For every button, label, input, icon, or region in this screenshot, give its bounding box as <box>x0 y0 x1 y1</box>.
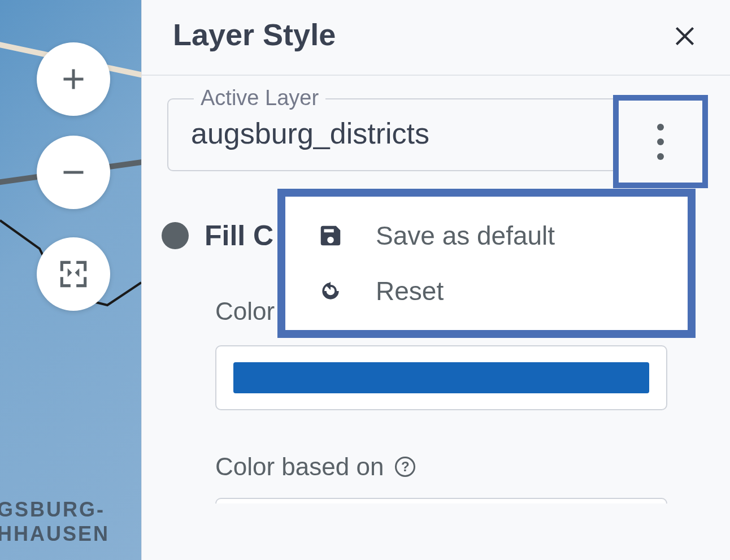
map-region-label: GSBURG- HHAUSEN <box>0 497 110 546</box>
help-icon[interactable]: ? <box>395 457 415 477</box>
fill-color-heading: Fill C <box>205 219 273 252</box>
active-layer-value: augsburg_districts <box>191 116 429 150</box>
panel-header: Layer Style <box>142 0 730 76</box>
close-button[interactable] <box>671 20 699 49</box>
zoom-in-button[interactable] <box>37 42 110 116</box>
menu-save-default-label: Save as default <box>376 220 555 251</box>
color-based-on-row: Color based on ? <box>215 453 705 481</box>
color-based-on-label: Color based on <box>215 453 384 481</box>
section-bullet-icon <box>162 222 189 249</box>
plus-icon <box>57 62 90 96</box>
minus-icon <box>57 155 90 189</box>
color-picker[interactable] <box>215 345 667 410</box>
color-based-on-select[interactable] <box>215 498 667 503</box>
zoom-controls <box>37 42 110 311</box>
zoom-out-button[interactable] <box>37 136 110 209</box>
layer-more-menu: Save as default Reset <box>277 189 696 338</box>
fullscreen-button[interactable] <box>37 237 110 311</box>
refresh-icon <box>318 279 343 303</box>
more-vert-icon <box>657 124 664 160</box>
menu-reset-label: Reset <box>376 276 444 306</box>
panel-body: Active Layer augsburg_districts Save as … <box>142 76 730 503</box>
fullscreen-icon <box>56 257 91 292</box>
close-icon <box>671 20 699 49</box>
color-swatch <box>233 362 649 393</box>
menu-reset[interactable]: Reset <box>285 263 688 319</box>
save-icon <box>318 223 344 249</box>
layer-more-button[interactable] <box>613 95 708 188</box>
active-layer-legend: Active Layer <box>194 86 325 110</box>
menu-save-default[interactable]: Save as default <box>285 208 688 263</box>
layer-style-panel: Layer Style Active Layer augsburg_distri… <box>141 0 730 560</box>
panel-title: Layer Style <box>173 17 336 52</box>
